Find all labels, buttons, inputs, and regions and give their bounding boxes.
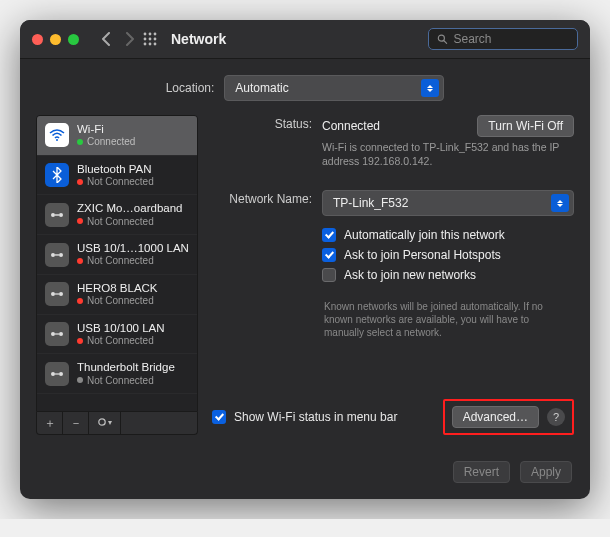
sidebar-item-usb-1000[interactable]: USB 10/1…1000 LAN Not Connected — [37, 235, 197, 275]
svg-line-10 — [444, 41, 447, 44]
revert-button[interactable]: Revert — [453, 461, 510, 483]
interface-list: Wi-Fi Connected Bluetooth PAN Not Connec… — [36, 115, 198, 412]
advanced-button[interactable]: Advanced… — [452, 406, 539, 428]
svg-point-5 — [154, 38, 157, 41]
close-window-button[interactable] — [32, 34, 43, 45]
menubar-label: Show Wi-Fi status in menu bar — [234, 410, 397, 424]
new-networks-label: Ask to join new networks — [344, 268, 476, 282]
status-label: Status: — [212, 115, 312, 131]
network-name-label: Network Name: — [212, 190, 312, 206]
hotspots-row: Ask to join Personal Hotspots — [322, 248, 574, 262]
auto-join-checkbox[interactable] — [322, 228, 336, 242]
interface-name: Wi-Fi — [77, 123, 135, 136]
new-networks-checkbox[interactable] — [322, 268, 336, 282]
ethernet-icon — [45, 282, 69, 306]
interface-name: Bluetooth PAN — [77, 163, 154, 176]
svg-point-7 — [149, 43, 152, 46]
new-networks-description: Known networks will be joined automatica… — [324, 300, 554, 339]
back-button[interactable] — [101, 32, 111, 46]
sidebar: Wi-Fi Connected Bluetooth PAN Not Connec… — [36, 115, 198, 435]
thunderbolt-icon — [45, 362, 69, 386]
svg-point-11 — [56, 139, 58, 141]
zoom-window-button[interactable] — [68, 34, 79, 45]
search-input[interactable] — [454, 32, 570, 46]
interface-actions-button[interactable] — [89, 412, 121, 434]
svg-point-21 — [51, 332, 55, 336]
status-dot-icon — [77, 258, 83, 264]
sidebar-item-wifi[interactable]: Wi-Fi Connected — [37, 116, 197, 156]
sidebar-item-hero8[interactable]: HERO8 BLACK Not Connected — [37, 275, 197, 315]
forward-button[interactable] — [125, 32, 135, 46]
minimize-window-button[interactable] — [50, 34, 61, 45]
menubar-row: Show Wi-Fi status in menu bar — [212, 410, 397, 424]
svg-point-19 — [59, 292, 63, 296]
bluetooth-icon — [45, 163, 69, 187]
search-icon — [437, 33, 448, 45]
hotspots-checkbox[interactable] — [322, 248, 336, 262]
svg-point-18 — [51, 292, 55, 296]
window-title: Network — [171, 31, 226, 47]
add-interface-button[interactable]: ＋ — [37, 412, 63, 434]
network-name-section: Network Name: TP-Link_F532 Automatically… — [212, 190, 574, 288]
ethernet-icon — [45, 203, 69, 227]
wifi-icon — [45, 123, 69, 147]
main-content: Status: Connected Turn Wi-Fi Off Wi-Fi i… — [212, 115, 574, 435]
status-section: Status: Connected Turn Wi-Fi Off Wi-Fi i… — [212, 115, 574, 168]
nav-buttons — [101, 32, 135, 46]
svg-point-13 — [59, 213, 63, 217]
status-dot-icon — [77, 218, 83, 224]
search-field[interactable] — [428, 28, 578, 50]
svg-point-8 — [154, 43, 157, 46]
show-all-icon[interactable] — [143, 32, 157, 46]
svg-point-27 — [98, 419, 104, 425]
svg-point-2 — [154, 33, 157, 36]
ethernet-icon — [45, 322, 69, 346]
sidebar-item-usb-100[interactable]: USB 10/100 LAN Not Connected — [37, 315, 197, 355]
footer: Revert Apply — [20, 451, 590, 499]
auto-join-row: Automatically join this network — [322, 228, 574, 242]
location-row: Location: Automatic — [20, 59, 590, 115]
network-preferences-window: Network Location: Automatic Wi-Fi — [20, 20, 590, 499]
svg-point-25 — [59, 372, 63, 376]
select-arrows-icon — [421, 79, 439, 97]
pane-body: Wi-Fi Connected Bluetooth PAN Not Connec… — [20, 115, 590, 451]
ethernet-icon — [45, 243, 69, 267]
svg-point-0 — [144, 33, 147, 36]
network-name-select[interactable]: TP-Link_F532 — [322, 190, 574, 216]
svg-point-6 — [144, 43, 147, 46]
svg-point-22 — [59, 332, 63, 336]
location-select[interactable]: Automatic — [224, 75, 444, 101]
svg-point-1 — [149, 33, 152, 36]
sidebar-item-thunderbolt[interactable]: Thunderbolt Bridge Not Connected — [37, 354, 197, 394]
sidebar-item-zxic[interactable]: ZXIC Mo…oardband Not Connected — [37, 195, 197, 235]
interface-name: ZXIC Mo…oardband — [77, 202, 182, 215]
titlebar: Network — [20, 20, 590, 59]
help-button[interactable]: ? — [547, 408, 565, 426]
hotspots-label: Ask to join Personal Hotspots — [344, 248, 501, 262]
advanced-highlight: Advanced… ? — [443, 399, 574, 435]
location-label: Location: — [166, 81, 215, 95]
apply-button[interactable]: Apply — [520, 461, 572, 483]
bottom-row: Show Wi-Fi status in menu bar Advanced… … — [212, 339, 574, 435]
auto-join-label: Automatically join this network — [344, 228, 505, 242]
location-value: Automatic — [235, 81, 288, 95]
menubar-checkbox[interactable] — [212, 410, 226, 424]
wifi-toggle-button[interactable]: Turn Wi-Fi Off — [477, 115, 574, 137]
svg-point-3 — [144, 38, 147, 41]
interface-name: Thunderbolt Bridge — [77, 361, 175, 374]
window-controls — [32, 34, 79, 45]
status-description: Wi-Fi is connected to TP-Link_F532 and h… — [322, 141, 562, 168]
svg-point-12 — [51, 213, 55, 217]
remove-interface-button[interactable]: － — [63, 412, 89, 434]
svg-point-16 — [59, 253, 63, 257]
status-value: Connected — [322, 119, 380, 133]
status-dot-icon — [77, 377, 83, 383]
new-networks-row: Ask to join new networks — [322, 268, 574, 282]
svg-point-24 — [51, 372, 55, 376]
sidebar-item-bluetooth-pan[interactable]: Bluetooth PAN Not Connected — [37, 156, 197, 196]
svg-point-15 — [51, 253, 55, 257]
network-name-value: TP-Link_F532 — [333, 196, 408, 210]
select-arrows-icon — [551, 194, 569, 212]
status-dot-icon — [77, 338, 83, 344]
sidebar-toolbar: ＋ － — [36, 412, 198, 435]
